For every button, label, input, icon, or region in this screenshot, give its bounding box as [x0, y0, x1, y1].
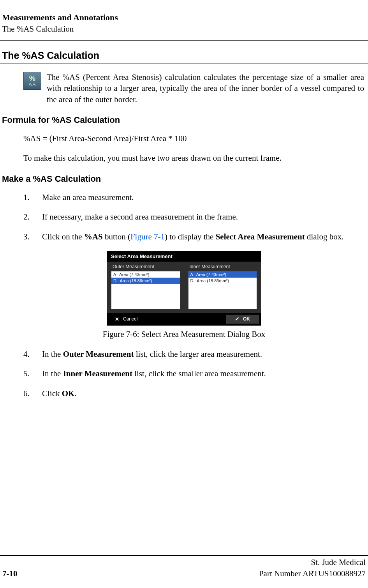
inner-item-d[interactable]: D : Area (18.86mm²) [188, 278, 257, 284]
icon-as-glyph: AS [28, 82, 36, 87]
percent-as-icon: % AS [23, 72, 41, 90]
step-6-num: 6. [23, 388, 42, 399]
figure-ref-7-1[interactable]: Figure 7-1 [130, 232, 165, 241]
outer-item-a[interactable]: A : Area (7.43mm²) [111, 271, 180, 278]
check-icon: ✔ [235, 316, 239, 322]
section-title: The %AS Calculation [2, 50, 368, 61]
formula-heading: Formula for %AS Calculation [2, 115, 368, 125]
step-3: 3. Click on the %AS button (Figure 7-1) … [23, 231, 364, 242]
formula-note: To make this calculation, you must have … [0, 152, 368, 163]
page-footer: St. Jude Medical 7-10 Part Number ARTUS1… [0, 555, 368, 579]
cancel-label: Cancel [123, 316, 137, 322]
step-4-text: In the Outer Measurement list, click the… [42, 349, 364, 360]
select-area-measurement-dialog: Select Area Measurement Outer Measuremen… [107, 251, 261, 326]
formula-equation: %AS = (First Area-Second Area)/First Are… [0, 133, 368, 144]
header-divider [0, 40, 368, 41]
intro-paragraph: The %AS (Percent Area Stenosis) calculat… [47, 72, 364, 105]
inner-item-a[interactable]: A : Area (7.43mm²) [188, 271, 257, 278]
step-1-text: Make an area measurement. [42, 192, 364, 203]
footer-company: St. Jude Medical [311, 558, 366, 567]
step-1-num: 1. [23, 192, 42, 203]
icon-percent-glyph: % [29, 75, 35, 82]
step-3-num: 3. [23, 231, 42, 242]
step-2-num: 2. [23, 211, 42, 222]
step-3-text: Click on the %AS button (Figure 7-1) to … [42, 231, 364, 242]
step-2-text: If necessary, make a second area measure… [42, 211, 364, 222]
running-header-subtitle: The %AS Calculation [2, 24, 364, 34]
step-6-text: Click OK. [42, 388, 364, 399]
dialog-title: Select Area Measurement [107, 251, 261, 262]
ok-button[interactable]: ✔ OK [226, 315, 259, 324]
outer-item-d[interactable]: D : Area (18.86mm²) [111, 278, 180, 284]
page-number: 7-10 [2, 569, 18, 579]
ok-label: OK [243, 316, 250, 322]
figure-caption: Figure 7-6: Select Area Measurement Dial… [0, 329, 368, 339]
step-1: 1. Make an area measurement. [23, 192, 364, 203]
part-number: Part Number ARTUS100088927 [259, 569, 366, 579]
close-icon: ✕ [115, 316, 119, 322]
outer-measurement-listbox[interactable]: A : Area (7.43mm²) D : Area (18.86mm²) [111, 271, 180, 309]
cancel-button[interactable]: ✕ Cancel [109, 315, 144, 324]
step-5: 5. In the Inner Measurement list, click … [23, 368, 364, 379]
step-5-num: 5. [23, 368, 42, 379]
section-underline [0, 64, 368, 64]
step-4: 4. In the Outer Measurement list, click … [23, 349, 364, 360]
inner-measurement-header: Inner Measurement [188, 264, 257, 269]
inner-measurement-listbox[interactable]: A : Area (7.43mm²) D : Area (18.86mm²) [188, 271, 257, 309]
running-header-title: Measurements and Annotations [2, 12, 364, 24]
outer-measurement-header: Outer Measurement [111, 264, 180, 269]
step-6: 6. Click OK. [23, 388, 364, 399]
step-2: 2. If necessary, make a second area meas… [23, 211, 364, 222]
step-5-text: In the Inner Measurement list, click the… [42, 368, 364, 379]
step-4-num: 4. [23, 349, 42, 360]
make-calc-heading: Make a %AS Calculation [2, 174, 368, 184]
